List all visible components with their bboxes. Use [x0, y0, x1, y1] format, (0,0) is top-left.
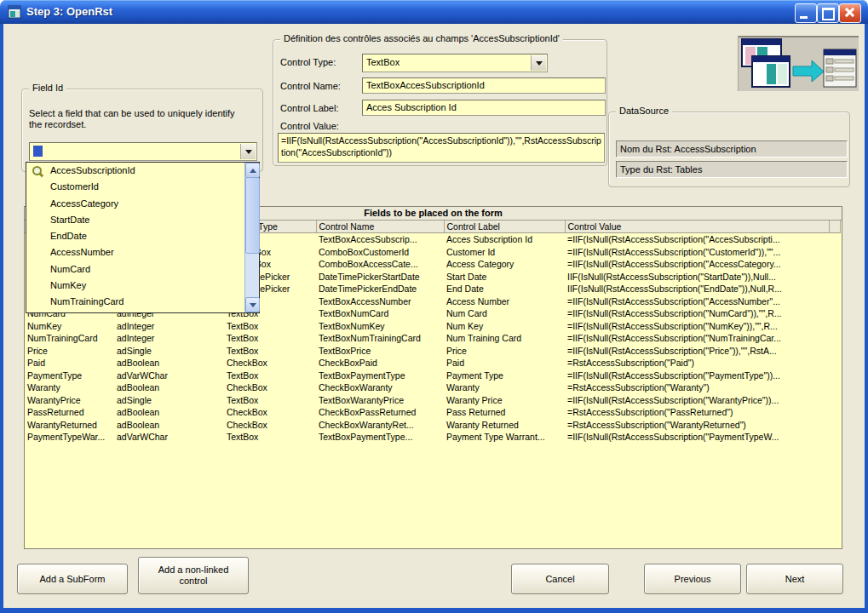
table-cell: =IIF(IsNull(RstAccessSubscription("NumCa… — [565, 307, 829, 320]
table-cell: adInteger — [114, 320, 224, 333]
table-cell — [829, 258, 840, 271]
scroll-down-icon[interactable] — [245, 297, 260, 312]
table-row[interactable]: NumKeyadIntegerTextBoxTextBoxNumKeyNum K… — [25, 320, 840, 333]
table-cell: TextBox — [224, 345, 316, 358]
table-cell: Acces Subscription Id — [444, 233, 565, 246]
control-label-input[interactable]: Acces Subscription Id — [362, 100, 606, 116]
scroll-up-icon[interactable] — [245, 163, 260, 178]
table-row[interactable]: WarantyReturnedadBooleanCheckBoxCheckBox… — [25, 419, 840, 432]
table-cell: TextBoxPaymentType... — [316, 431, 444, 444]
table-cell: Waranty Returned — [444, 419, 565, 432]
field-id-group-title: Field Id — [29, 83, 66, 93]
scrollbar-thumb[interactable] — [245, 177, 260, 254]
table-cell: Start Date — [444, 271, 565, 284]
add-subform-button[interactable]: Add a SubForm — [17, 564, 128, 594]
chevron-down-icon[interactable] — [240, 144, 256, 159]
chevron-down-icon[interactable] — [531, 55, 546, 71]
minimize-icon — [800, 16, 808, 19]
control-type-combobox[interactable]: TextBox — [362, 54, 548, 72]
dropdown-item[interactable]: NumKey — [26, 278, 259, 294]
app-icon — [8, 5, 21, 19]
previous-button[interactable]: Previous — [644, 564, 741, 594]
recordset-to-form-illustration — [739, 37, 859, 91]
table-cell: adSingle — [114, 345, 224, 358]
table-cell: DateTimePickerEndDate — [316, 283, 444, 295]
table-cell — [829, 283, 840, 295]
table-cell: =IIF(IsNull(RstAccessSubscription("Acces… — [565, 233, 829, 246]
table-row[interactable]: NumTrainingCardadIntegerTextBoxTextBoxNu… — [25, 332, 840, 345]
table-cell: CheckBoxPassReturned — [316, 406, 444, 419]
definition-group: Définition des contrôles associés au cha… — [273, 39, 607, 166]
column-header[interactable]: Control Name — [316, 221, 444, 233]
definition-group-title: Définition des contrôles associés au cha… — [280, 33, 563, 43]
control-value-input[interactable]: =IIF(IsNull(RstAccessSubscription("Acces… — [278, 133, 605, 163]
table-cell: =IIF(IsNull(RstAccessSubscription("Acces… — [565, 295, 829, 308]
column-header[interactable] — [829, 221, 840, 233]
column-header[interactable]: Control Value — [565, 221, 829, 233]
table-cell: Paid — [25, 357, 114, 370]
window-title: Step 3: OpenRst — [26, 5, 112, 18]
field-id-description: Select a field that can be used to uniqu… — [29, 108, 244, 130]
minimize-button[interactable] — [795, 3, 817, 23]
rst-name-display: Nom du Rst: AccessSubscription — [616, 140, 848, 158]
window-border — [865, 24, 868, 613]
table-cell: CheckBoxPaid — [316, 357, 444, 370]
table-cell — [829, 246, 840, 259]
table-cell: =IIF(IsNull(RstAccessSubscription("NumKe… — [565, 320, 829, 333]
field-dropdown-list: AccesSubscriptionIdCustomerIdAccessCateg… — [26, 162, 260, 313]
control-name-input[interactable]: TextBoxAccesSubscriptionId — [362, 77, 606, 94]
table-cell: TextBox — [224, 370, 316, 382]
table-cell: =RstAccessSubscription("Waranty") — [565, 381, 829, 394]
field-id-combobox[interactable] — [29, 142, 257, 161]
table-cell: =IIF(IsNull(RstAccessSubscription("NumTr… — [565, 332, 829, 345]
table-cell: ComboBoxAccessCate... — [316, 258, 444, 271]
dropdown-item[interactable]: EndDate — [26, 228, 259, 244]
table-cell — [829, 345, 840, 358]
table-cell: adVarWChar — [114, 370, 224, 382]
maximize-button[interactable] — [817, 3, 839, 23]
dropdown-item[interactable]: CustomerId — [26, 179, 259, 195]
dropdown-item[interactable]: StartDate — [26, 212, 259, 228]
table-cell: NumKey — [25, 320, 114, 333]
next-button[interactable]: Next — [746, 564, 843, 594]
table-cell: adBoolean — [114, 419, 224, 432]
table-cell: TextBoxNumKey — [316, 320, 444, 333]
selection-caret — [33, 146, 43, 157]
control-type-value: TextBox — [366, 57, 400, 67]
table-cell: CheckBox — [224, 419, 316, 432]
table-cell: Num Training Card — [444, 332, 565, 345]
table-row[interactable]: PaymentTypeWar...adVarWCharTextBoxTextBo… — [25, 431, 840, 444]
dropdown-item[interactable]: AccessCategory — [26, 196, 259, 212]
title-bar[interactable]: Step 3: OpenRst — [0, 0, 868, 24]
table-row[interactable]: PaidadBooleanCheckBoxCheckBoxPaidPaid=Rs… — [25, 357, 840, 370]
table-row[interactable]: WarantyadBooleanCheckBoxCheckBoxWarantyW… — [25, 381, 840, 394]
dropdown-scrollbar[interactable] — [244, 163, 259, 312]
wizard-graphic — [738, 36, 859, 91]
table-cell: Payment Type Warrant... — [444, 431, 565, 444]
table-cell: TextBox — [224, 332, 316, 345]
table-cell: adSingle — [114, 394, 224, 407]
close-button[interactable] — [839, 3, 861, 23]
table-cell: adVarWChar — [114, 431, 224, 444]
dropdown-item[interactable]: NumTrainingCard — [26, 294, 259, 310]
table-cell: TextBoxAccesSubscrip... — [316, 233, 444, 246]
table-row[interactable]: PriceadSingleTextBoxTextBoxPricePrice=II… — [25, 345, 840, 358]
control-value-label: Control Value: — [280, 121, 339, 131]
table-row[interactable]: PaymentTypeadVarWCharTextBoxTextBoxPayme… — [25, 370, 840, 382]
dropdown-item[interactable]: NumCard — [26, 261, 259, 278]
cancel-button[interactable]: Cancel — [511, 564, 609, 594]
window-border — [0, 608, 868, 613]
column-header[interactable]: Control Label — [444, 221, 565, 233]
table-cell: =RstAccessSubscription("PassReturned") — [565, 406, 829, 419]
table-cell — [829, 271, 840, 284]
table-cell: =IIF(IsNull(RstAccessSubscription("Payme… — [565, 370, 829, 382]
field-id-group: Field Id Select a field that can be used… — [21, 89, 263, 172]
table-cell: Price — [25, 345, 114, 358]
table-row[interactable]: WarantyPriceadSingleTextBoxTextBoxWarant… — [25, 394, 840, 407]
add-nonlinked-control-button[interactable]: Add a non-linked control — [138, 557, 249, 594]
dropdown-item[interactable]: AccesSubscriptionId — [26, 163, 259, 179]
table-row[interactable]: PassReturnedadBooleanCheckBoxCheckBoxPas… — [25, 406, 840, 419]
dropdown-item[interactable]: AccessNumber — [26, 244, 259, 261]
table-cell: DateTimePickerStartDate — [316, 271, 444, 284]
table-cell: WarantyPrice — [25, 394, 114, 407]
